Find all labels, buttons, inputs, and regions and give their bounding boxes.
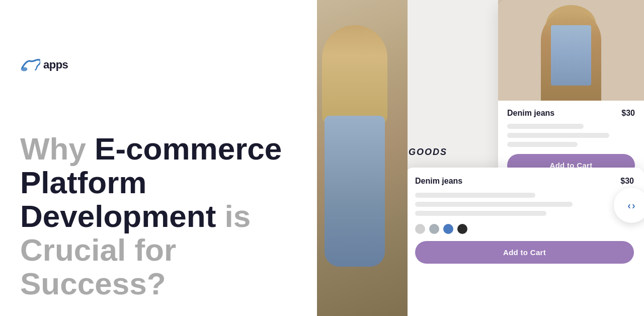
logo-icon bbox=[20, 58, 40, 72]
card-top: Denim jeans $30 Add to Cart bbox=[498, 0, 644, 191]
card-line-3 bbox=[507, 142, 578, 147]
headline-ecommerce: E-commerce bbox=[95, 131, 282, 166]
card-lines-top bbox=[507, 124, 635, 147]
card-product-name-bottom: Denim jeans bbox=[415, 177, 462, 186]
logo: apps bbox=[20, 58, 297, 72]
card-lines-bottom bbox=[415, 193, 634, 216]
svg-point-14 bbox=[554, 60, 562, 65]
card-bottom-line-1 bbox=[415, 193, 535, 198]
add-to-cart-button-bottom[interactable]: Add to Cart bbox=[415, 241, 634, 264]
svg-point-11 bbox=[581, 32, 602, 63]
headline-is: is bbox=[225, 199, 251, 233]
svg-rect-8 bbox=[498, 0, 644, 101]
headline-crucial: Crucial for Success? bbox=[20, 232, 176, 301]
card-product-row-bottom: Denim jeans $30 bbox=[415, 177, 634, 186]
card-product-price-bottom: $30 bbox=[620, 177, 634, 186]
nav-arrows-inner: ‹ › bbox=[627, 200, 635, 211]
card-image-top bbox=[498, 0, 644, 101]
fashion-photo-left bbox=[317, 0, 408, 316]
card-line-2 bbox=[507, 133, 609, 138]
svg-point-2 bbox=[21, 67, 28, 71]
card-product-price-top: $30 bbox=[621, 109, 635, 118]
card-bottom: Denim jeans $30 Add to Cart bbox=[405, 168, 644, 316]
headline-platform: Platform bbox=[20, 165, 146, 200]
color-selector bbox=[415, 224, 634, 234]
svg-rect-12 bbox=[551, 60, 591, 101]
svg-rect-1 bbox=[157, 15, 200, 58]
svg-point-9 bbox=[546, 5, 596, 45]
card-product-name-top: Denim jeans bbox=[507, 109, 554, 118]
headline-development: Development bbox=[20, 199, 216, 233]
chevron-right-icon: › bbox=[632, 200, 635, 211]
color-dot-dark[interactable] bbox=[457, 224, 467, 234]
color-dot-light-gray[interactable] bbox=[415, 224, 425, 234]
card-product-row-top: Denim jeans $30 bbox=[507, 109, 635, 118]
left-panel: apps Why E-commerce Platform Development… bbox=[0, 0, 317, 316]
card-bottom-line-3 bbox=[415, 211, 546, 216]
headline: Why E-commerce Platform Development is C… bbox=[20, 132, 292, 301]
color-dot-blue[interactable] bbox=[443, 224, 453, 234]
headline-why: Why bbox=[20, 131, 86, 166]
color-dot-medium-gray[interactable] bbox=[429, 224, 439, 234]
chevron-left-icon: ‹ bbox=[627, 200, 631, 211]
goods-label: GOODS bbox=[409, 147, 447, 157]
right-panel: Denim jeans $30 Add to Cart GOODS Denim … bbox=[317, 0, 644, 316]
card-line-1 bbox=[507, 124, 584, 129]
svg-point-10 bbox=[538, 33, 564, 67]
logo-text: apps bbox=[43, 58, 68, 71]
card-bottom-line-2 bbox=[415, 202, 573, 207]
